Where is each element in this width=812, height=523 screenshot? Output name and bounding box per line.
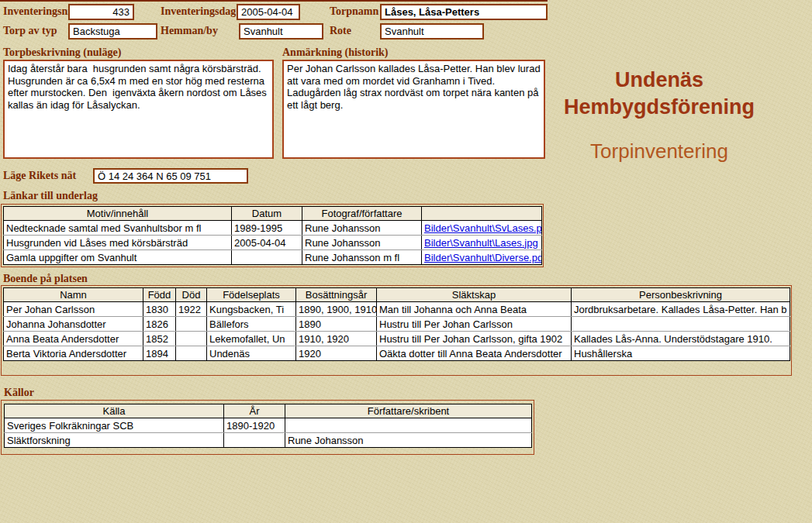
residents-header-slaktskap: Släktskap [377, 288, 572, 302]
residents-header-namn: Namn [4, 288, 143, 302]
lankar-label: Länkar till underlag [3, 190, 98, 202]
torp-av-typ-label: Torp av typ [3, 25, 57, 37]
links-header-motiv: Motiv/innehåll [4, 207, 232, 221]
table-row: Per Johan Carlsson 1830 1922 Kungsbacken… [4, 302, 790, 317]
links-header-datum: Datum [232, 207, 302, 221]
anmarkning-textarea[interactable]: Per Johan Carlsson kallades Låsa-Petter.… [282, 60, 545, 159]
rote-field[interactable]: Svanhult [380, 23, 484, 40]
resident-fodd: 1894 [143, 346, 176, 361]
links-header-blank [422, 207, 542, 221]
residents-header-fodelseplats: Födelseplats [207, 288, 296, 302]
lage-rikets-nat-field[interactable]: Ö 14 24 364 N 65 09 751 [93, 168, 248, 184]
residents-header-fodd: Född [143, 288, 176, 302]
links-cell-fotograf: Rune Johansson [302, 236, 422, 250]
source-ar [224, 433, 285, 448]
resident-slaktskap: Hustru till Per Johan Carlsson, gifta 19… [377, 332, 572, 346]
links-cell-fotograf: Rune Johansson m fl [302, 250, 422, 265]
top-divider [0, 0, 548, 2]
resident-bosattningsar: 1890, 1900, 1910, [296, 302, 377, 317]
table-row: Nedtecknade samtal med Svanhultsbor m fl… [4, 221, 542, 236]
links-header-fotograf: Fotograf/författare [302, 207, 422, 221]
resident-personbeskrivning: Jordbruksarbetare. Kallades Låsa-Petter.… [572, 302, 790, 317]
resident-personbeskrivning: Hushållerska [572, 346, 790, 361]
residents-header-bosattningsar: Bosättningsår [296, 288, 377, 302]
sources-header-ar: År [224, 404, 285, 418]
sources-table: Källa År Författare/skribent Sveriges Fo… [4, 404, 532, 448]
torpnamn-label: Torpnamn [330, 5, 378, 18]
sources-table-container: Källa År Författare/skribent Sveriges Fo… [1, 400, 534, 455]
links-cell-link: Bilder\Svanhult\Lases.jpg [422, 236, 542, 250]
document-link[interactable]: Bilder\Svanhult\Diverse.pdf [424, 252, 542, 263]
resident-fodd: 1826 [143, 317, 176, 332]
links-cell-motiv: Nedtecknade samtal med Svanhultsbor m fl [4, 221, 232, 236]
inventeringsnr-field[interactable]: 433 [68, 4, 134, 20]
links-table-container: Motiv/innehåll Datum Fotograf/författare… [1, 204, 544, 267]
boende-label: Boende på platsen [3, 273, 88, 285]
table-row: Gamla uppgifter om Svanhult Rune Johanss… [4, 250, 542, 265]
resident-dod: 1922 [176, 302, 207, 317]
resident-namn: Per Johan Carlsson [4, 302, 143, 317]
residents-header-row: Namn Född Död Födelseplats Bosättningsår… [4, 288, 790, 302]
resident-bosattningsar: 1920 [296, 346, 377, 361]
resident-slaktskap: Oäkta dotter till Anna Beata Andersdotte… [377, 346, 572, 361]
resident-namn: Berta Viktoria Andersdotter [4, 346, 143, 361]
source-forfattare: Rune Johansson [285, 433, 532, 448]
resident-dod [176, 346, 207, 361]
hemman-by-field[interactable]: Svanhult [239, 23, 323, 40]
sources-header-kalla: Källa [5, 404, 224, 418]
resident-bosattningsar: 1910, 1920 [296, 332, 377, 346]
sources-header-forfattare: Författare/skribent [285, 404, 532, 418]
resident-slaktskap: Man till Johanna och Anna Beata [377, 302, 572, 317]
source-forfattare [285, 418, 532, 433]
site-title-block: Undenäs Hembygdsförening Torpinventering [543, 67, 776, 163]
kallor-label: Källor [4, 387, 34, 399]
links-header-row: Motiv/innehåll Datum Fotograf/författare [4, 207, 542, 221]
source-kalla: Släktforskning [5, 433, 224, 448]
document-link[interactable]: Bilder\Svanhult\SvLases.pdf [424, 222, 542, 234]
resident-fodd: 1852 [143, 332, 176, 346]
table-row: Släktforskning Rune Johansson [5, 433, 532, 448]
resident-personbeskrivning: Kallades Lås-Anna. Understödstagare 1910… [572, 332, 790, 346]
source-ar: 1890-1920 [224, 418, 285, 433]
hemman-by-label: Hemman/by [161, 25, 218, 37]
page-subtitle: Torpinventering [543, 139, 776, 163]
table-row: Berta Viktoria Andersdotter 1894 Undenäs… [4, 346, 790, 361]
torpnamn-field[interactable]: Låses, Låsa-Petters [380, 4, 548, 20]
resident-dod [176, 317, 207, 332]
source-kalla: Sveriges Folkräkningar SCB [5, 418, 224, 433]
resident-namn: Anna Beata Andersdotter [4, 332, 143, 346]
rote-label: Rote [330, 25, 351, 37]
site-title-line2: Hembygdsförening [543, 94, 776, 121]
links-cell-link: Bilder\Svanhult\Diverse.pdf [422, 250, 542, 265]
resident-personbeskrivning [572, 317, 790, 332]
table-row: Johanna Johansdotter 1826 Bällefors 1890… [4, 317, 790, 332]
resident-fodd: 1830 [143, 302, 176, 317]
links-cell-link: Bilder\Svanhult\SvLases.pdf [422, 221, 542, 236]
residents-table: Namn Född Död Födelseplats Bosättningsår… [3, 287, 790, 361]
torp-av-typ-field[interactable]: Backstuga [68, 23, 157, 40]
inventeringsdag-field[interactable]: 2005-04-04 [237, 4, 300, 20]
residents-table-container: Namn Född Död Födelseplats Bosättningsår… [1, 285, 792, 376]
site-title-line1: Undenäs [543, 67, 776, 94]
resident-bosattningsar: 1890 [296, 317, 377, 332]
table-row: Anna Beata Andersdotter 1852 Lekemofalle… [4, 332, 790, 346]
links-cell-datum: 2005-04-04 [232, 236, 302, 250]
resident-slaktskap: Hustru till Per Johan Carlsson [377, 317, 572, 332]
resident-fodelseplats: Lekemofallet, Un [207, 332, 296, 346]
torpinventering-page: Inventeringsnr 433 Inventeringsdag 2005-… [0, 0, 812, 523]
resident-fodelseplats: Bällefors [207, 317, 296, 332]
table-row: Sveriges Folkräkningar SCB 1890-1920 [5, 418, 532, 433]
sources-header-row: Källa År Författare/skribent [5, 404, 532, 418]
lage-rikets-nat-label: Läge Rikets nät [3, 170, 76, 182]
resident-namn: Johanna Johansdotter [4, 317, 143, 332]
links-cell-fotograf: Rune Johansson [302, 221, 422, 236]
document-link[interactable]: Bilder\Svanhult\Lases.jpg [424, 237, 538, 249]
links-cell-motiv: Gamla uppgifter om Svanhult [4, 250, 232, 265]
resident-fodelseplats: Undenäs [207, 346, 296, 361]
torpbeskrivning-textarea[interactable]: Idag återstår bara husgrunden samt några… [3, 60, 274, 159]
links-cell-motiv: Husgrunden vid Låses med körsbärsträd [4, 236, 232, 250]
anmarkning-label: Anmärkning (historik) [282, 46, 389, 59]
inventeringsnr-label: Inventeringsnr [3, 5, 72, 18]
links-cell-datum [232, 250, 302, 265]
table-row: Husgrunden vid Låses med körsbärsträd 20… [4, 236, 542, 250]
